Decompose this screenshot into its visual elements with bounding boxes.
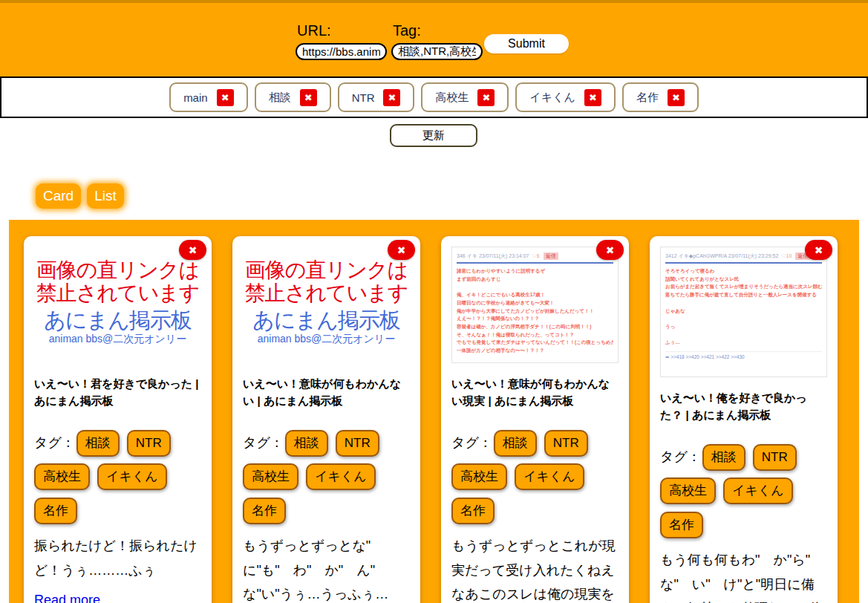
- thread-card-1: ✖ 画像の直リンクは 禁止されています あにまん掲示板 animan bbs@二…: [24, 236, 212, 603]
- tag-chip[interactable]: 名作: [660, 512, 703, 538]
- thread-thumbnail-ban-image: 画像の直リンクは 禁止されています あにまん掲示板 animan bbs@二次元…: [243, 247, 410, 363]
- cards-panel: ✖ 画像の直リンクは 禁止されています あにまん掲示板 animan bbs@二…: [9, 220, 859, 603]
- card-title: いえ〜い！君を好きで良かった | あにまん掲示板: [34, 375, 201, 410]
- card-tags: タグ：相談NTR高校生イキくん名作: [451, 426, 619, 529]
- card-close-button[interactable]: ✖: [805, 240, 832, 260]
- animan-logo-subtitle: animan bbs@二次元オンリー: [34, 333, 201, 345]
- thread-thumbnail-screenshot: 346 イキ 23/07/11(火) 23:14:07♡6返信 諸君にもわかりや…: [451, 247, 619, 363]
- filter-chip-koukousei: 高校生 ✖: [421, 82, 509, 112]
- read-more-link[interactable]: Read more: [34, 593, 100, 603]
- filter-chip-main: main ✖: [169, 82, 248, 112]
- filter-chip-label: 高校生: [435, 91, 469, 105]
- animan-logo-text: あにまん掲示板: [243, 308, 410, 333]
- tags-label: タグ：: [451, 435, 492, 450]
- tag-chip[interactable]: 名作: [34, 498, 77, 524]
- card-description: もうずっとずっとこれが現実だって受け入れたくねえなあこのスレは俺の現実を実況する…: [451, 534, 619, 603]
- tag-chip[interactable]: NTR: [127, 430, 171, 457]
- tag-chip[interactable]: 高校生: [451, 463, 507, 490]
- header: URL: Tag: Submit: [0, 0, 868, 76]
- update-button[interactable]: 更新: [390, 124, 477, 147]
- card-close-button[interactable]: ✖: [596, 240, 624, 260]
- url-input[interactable]: [296, 43, 387, 60]
- close-icon: ✖: [589, 93, 597, 102]
- close-icon: ✖: [304, 93, 313, 102]
- filter-chip-soudan: 相談 ✖: [255, 82, 331, 112]
- thread-post-meta: 346 イキ 23/07/11(火) 23:14:07: [457, 253, 529, 258]
- filter-chip-meisaku: 名作 ✖: [622, 82, 699, 112]
- card-description: もうずっとずっとな" に"も" わ" か" ん" な"い"うぅ…うっふぅ…: [243, 534, 410, 603]
- close-icon: ✖: [815, 244, 823, 256]
- filter-chip-label: イキくん: [529, 91, 575, 105]
- tag-chip[interactable]: イキくん: [306, 463, 376, 490]
- close-icon: ✖: [483, 93, 491, 102]
- tag-chip[interactable]: 名作: [451, 498, 495, 524]
- remove-tag-button[interactable]: ✖: [584, 89, 601, 106]
- reply-badge: 返信: [544, 252, 558, 260]
- tag-chip[interactable]: イキくん: [723, 477, 793, 504]
- remove-tag-button[interactable]: ✖: [383, 89, 400, 106]
- tags-label: タグ：: [34, 435, 75, 450]
- card-title: いえ〜い！意味が何もわかんない現実 | あにまん掲示板: [451, 375, 619, 410]
- thread-card-4: ✖ 3412 イキ◆pCAhGWPR/A 23/07/11(火) 23:29:5…: [650, 236, 838, 603]
- remove-tag-button[interactable]: ✖: [668, 89, 685, 106]
- filter-chip-ntr: NTR ✖: [338, 82, 415, 112]
- card-title: いえ〜い！俺を好きで良かった？ | あにまん掲示板: [660, 389, 827, 424]
- submit-button[interactable]: Submit: [484, 34, 569, 53]
- close-icon: ✖: [672, 93, 680, 102]
- ban-text-line1: 画像の直リンクは: [34, 258, 201, 281]
- remove-tag-button[interactable]: ✖: [217, 89, 234, 106]
- tag-chip[interactable]: 高校生: [243, 463, 298, 490]
- card-tags: タグ：相談NTR高校生イキくん名作: [243, 426, 410, 529]
- close-icon: ✖: [397, 244, 406, 256]
- page: URL: Tag: Submit main ✖ 相談 ✖ NTR ✖ 高校生 ✖…: [0, 0, 868, 603]
- tag-chip[interactable]: 相談: [76, 430, 120, 457]
- tag-chip[interactable]: 相談: [702, 444, 745, 471]
- tag-chip[interactable]: 高校生: [34, 463, 90, 490]
- card-view-button[interactable]: Card: [36, 183, 81, 209]
- thread-post-body: 諸君にもわかりやすいように説明するぞ まず前回のあらすじ 俺、イキ！どこにでもい…: [457, 267, 613, 363]
- card-tags: タグ：相談NTR高校生イキくん名作: [660, 440, 827, 543]
- tag-chip[interactable]: イキくん: [97, 463, 167, 490]
- card-close-button[interactable]: ✖: [179, 240, 206, 260]
- tag-chip[interactable]: 相談: [285, 430, 328, 457]
- filter-chip-ikikun: イキくん ✖: [515, 82, 615, 112]
- tags-label: タグ：: [243, 435, 284, 450]
- thread-thumbnail-ban-image: 画像の直リンクは 禁止されています あにまん掲示板 animan bbs@二次元…: [34, 247, 201, 363]
- thread-reply-links: ➥ >>418 >>420 >>421 >>422 >>430: [665, 351, 822, 360]
- thread-card-2: ✖ 画像の直リンクは 禁止されています あにまん掲示板 animan bbs@二…: [232, 236, 420, 603]
- card-close-button[interactable]: ✖: [388, 240, 415, 260]
- remove-tag-button[interactable]: ✖: [477, 89, 495, 106]
- heart-icon: ♡6: [532, 253, 539, 258]
- thread-post-header: 3412 イキ◆pCAhGWPR/A 23/07/11(火) 23:29:52♡…: [665, 252, 822, 264]
- tag-chip[interactable]: イキくん: [515, 463, 584, 490]
- animan-logo-text: あにまん掲示板: [34, 308, 201, 333]
- filter-chip-label: 名作: [636, 91, 659, 105]
- heart-icon: ♡10: [781, 253, 792, 258]
- card-description: 振られたけど！振られたけど！うぅ………ふぅ: [34, 534, 201, 582]
- tag-chip[interactable]: 名作: [243, 498, 286, 524]
- tag-field-group: Tag:: [391, 22, 483, 60]
- filter-chip-label: main: [183, 91, 208, 104]
- active-tags-bar: main ✖ 相談 ✖ NTR ✖ 高校生 ✖ イキくん ✖ 名作 ✖: [0, 76, 868, 118]
- card-title: いえ〜い！意味が何もわかんない | あにまん掲示板: [243, 375, 410, 410]
- tags-label: タグ：: [660, 449, 701, 464]
- tag-chip[interactable]: 高校生: [660, 477, 716, 504]
- tag-label: Tag:: [393, 22, 483, 39]
- tag-chip[interactable]: 相談: [494, 430, 537, 457]
- ban-text-line2: 禁止されています: [243, 281, 410, 304]
- tag-chip[interactable]: NTR: [544, 430, 588, 457]
- list-view-button[interactable]: List: [87, 183, 124, 209]
- url-label: URL:: [297, 22, 387, 39]
- card-description: もう何も何もわ" か"ら" な" い" け"と"明日に備えて気持ちを整理しつつ俺…: [660, 548, 827, 603]
- thread-card-3: ✖ 346 イキ 23/07/11(火) 23:14:07♡6返信 諸君にもわか…: [441, 236, 629, 603]
- remove-tag-button[interactable]: ✖: [300, 89, 317, 106]
- tag-chip[interactable]: NTR: [753, 444, 797, 471]
- thread-post-meta: 3412 イキ◆pCAhGWPR/A 23/07/11(火) 23:29:52: [665, 253, 778, 258]
- tag-input[interactable]: [391, 43, 483, 60]
- tag-chip[interactable]: NTR: [336, 430, 379, 457]
- thread-post-body: そろそろイって寝るわ 話聞いてくれてありがとなスレ民 お前らがまだ起きて無くてス…: [665, 267, 822, 347]
- filter-chip-label: NTR: [352, 91, 375, 104]
- view-toggle: Card List: [36, 183, 124, 209]
- animan-logo-subtitle: animan bbs@二次元オンリー: [243, 333, 410, 345]
- ban-text-line1: 画像の直リンクは: [243, 258, 410, 281]
